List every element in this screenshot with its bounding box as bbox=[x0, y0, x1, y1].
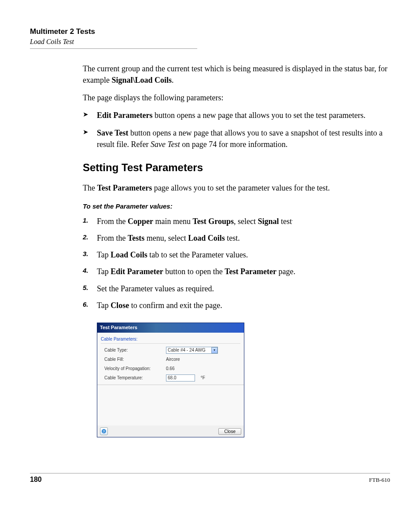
step-item: 4. Tap Edit Parameter button to open the… bbox=[83, 266, 390, 277]
text-bold: Load Coils bbox=[188, 234, 225, 242]
text: menu, select bbox=[144, 234, 188, 242]
test-parameters-dialog: Test Parameters Cable Parameters: Cable … bbox=[97, 323, 244, 437]
page-footer: 180 FTB-610 bbox=[30, 473, 390, 484]
svg-text:?: ? bbox=[103, 430, 105, 433]
param-label: Cable Fill: bbox=[104, 356, 166, 363]
param-row-cable-fill: Cable Fill: Aircore bbox=[101, 355, 240, 364]
chapter-title: Multimeter 2 Tests bbox=[30, 27, 390, 36]
dialog-spacer bbox=[97, 385, 244, 426]
text-bold: Copper bbox=[128, 217, 153, 226]
step-number: 1. bbox=[83, 216, 88, 225]
text: The bbox=[83, 183, 97, 192]
text-bold: Tests bbox=[128, 234, 144, 242]
step-item: 5. Set the Parameter values as required. bbox=[83, 283, 390, 294]
text-bold: Test Parameters bbox=[97, 183, 152, 192]
step-item: 6. Tap Close to confirm and exit the pag… bbox=[83, 300, 390, 311]
param-value: 68.0 °F bbox=[166, 374, 240, 382]
text-italic: Save Test bbox=[151, 140, 180, 149]
text-bold: Signal bbox=[258, 217, 279, 226]
step-item: 1. From the Copper main menu Test Groups… bbox=[83, 216, 390, 227]
chevron-down-icon[interactable]: ▾ bbox=[211, 347, 217, 353]
step-number: 3. bbox=[83, 249, 88, 259]
dialog-titlebar[interactable]: Test Parameters bbox=[97, 323, 244, 333]
text: Tap bbox=[97, 267, 111, 276]
text: Set the Parameter values as required. bbox=[97, 284, 214, 293]
intro-paragraph-1: The current group and the current test w… bbox=[83, 63, 390, 86]
text: Tap bbox=[97, 250, 111, 259]
text: button to open the bbox=[163, 267, 225, 276]
group-label: Cable Parameters: bbox=[101, 336, 240, 344]
temperature-unit: °F bbox=[201, 375, 205, 380]
param-row-vop: Velocity of Propagation: 0.66 bbox=[101, 364, 240, 374]
text: button opens a new page that allows you … bbox=[152, 111, 365, 120]
header-rule bbox=[30, 48, 197, 49]
text-bold: Test Groups bbox=[192, 217, 234, 226]
procedure-heading: To set the Parameter values: bbox=[83, 202, 390, 211]
intro-paragraph-2: The page displays the following paramete… bbox=[83, 92, 390, 103]
help-icon: ? bbox=[101, 429, 107, 434]
text: to confirm and exit the page. bbox=[129, 301, 222, 310]
step-number: 5. bbox=[83, 283, 88, 293]
section-paragraph: The Test Parameters page allows you to s… bbox=[83, 182, 390, 194]
close-button[interactable]: Close bbox=[218, 428, 241, 435]
text: page. bbox=[276, 267, 295, 276]
select-value: Cable #4 - 24 AWG bbox=[168, 347, 206, 354]
text-bold: Load Coils bbox=[111, 250, 147, 259]
text: Tap bbox=[97, 301, 111, 310]
page-content: The current group and the current test w… bbox=[83, 63, 390, 437]
text-bold: Edit Parameter bbox=[111, 267, 163, 276]
text: on page 74 for more information. bbox=[180, 140, 287, 149]
param-row-cable-type: Cable Type: Cable #4 - 24 AWG ▾ bbox=[101, 345, 240, 355]
text: tab to set the Parameter values. bbox=[147, 250, 248, 259]
step-item: 3. Tap Load Coils tab to set the Paramet… bbox=[83, 249, 390, 261]
text: test bbox=[279, 217, 292, 226]
text: From the bbox=[97, 234, 128, 242]
param-label: Cable Type: bbox=[104, 347, 166, 354]
param-value: Cable #4 - 24 AWG ▾ bbox=[166, 347, 240, 354]
help-button[interactable]: ? bbox=[100, 427, 108, 435]
param-row-cable-temp: Cable Temperature: 68.0 °F bbox=[101, 373, 240, 383]
text: From the bbox=[97, 217, 128, 226]
text: page allows you to set the parameter val… bbox=[152, 183, 330, 192]
text-bold: Edit Parameters bbox=[97, 111, 152, 120]
text: main menu bbox=[153, 217, 192, 226]
text-bold: Save Test bbox=[97, 128, 129, 137]
section-label: Load Coils Test bbox=[30, 38, 390, 46]
text-bold: Test Parameter bbox=[225, 267, 276, 276]
param-value: 0.66 bbox=[166, 366, 240, 372]
bullet-list: Edit Parameters button opens a new page … bbox=[83, 110, 390, 150]
cable-temperature-input[interactable]: 68.0 bbox=[166, 374, 195, 382]
text-bold: Signal\Load Coils bbox=[111, 76, 172, 84]
period: . bbox=[292, 217, 293, 222]
step-number: 2. bbox=[83, 232, 88, 242]
text: test. bbox=[225, 234, 240, 242]
bullet-item: Save Test button opens a new page that a… bbox=[83, 127, 390, 150]
document-id: FTB-610 bbox=[369, 477, 390, 484]
cable-type-select[interactable]: Cable #4 - 24 AWG ▾ bbox=[166, 347, 218, 354]
step-item: 2. From the Tests menu, select Load Coil… bbox=[83, 232, 390, 244]
bullet-item: Edit Parameters button opens a new page … bbox=[83, 110, 390, 121]
param-value: Aircore bbox=[166, 356, 240, 363]
param-label: Cable Temperature: bbox=[104, 375, 166, 382]
step-number: 4. bbox=[83, 266, 88, 275]
param-label: Velocity of Propagation: bbox=[104, 366, 166, 372]
text: , select bbox=[234, 217, 258, 226]
text-bold: Close bbox=[111, 301, 129, 310]
page-number: 180 bbox=[30, 476, 42, 484]
text: . bbox=[172, 76, 174, 84]
step-number: 6. bbox=[83, 300, 88, 309]
section-heading: Setting Test Parameters bbox=[83, 160, 390, 176]
dialog-footer: ? Close bbox=[97, 426, 244, 437]
dialog-body: Cable Parameters: Cable Type: Cable #4 -… bbox=[97, 333, 244, 385]
ordered-steps: 1. From the Copper main menu Test Groups… bbox=[83, 216, 390, 311]
